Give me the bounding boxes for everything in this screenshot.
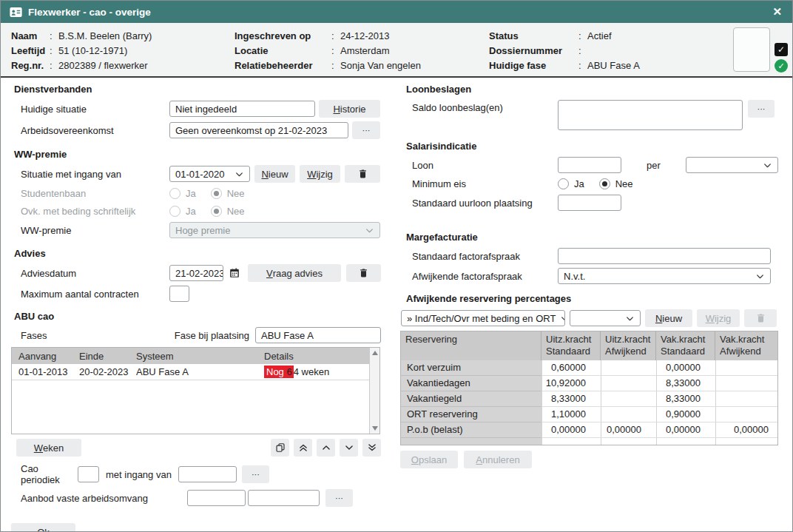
trash-icon [756,313,766,323]
ok-button[interactable]: Ok [11,523,75,532]
arbeidsovereenkomst-input[interactable]: Geen overeenkomst op 21-02-2023 [169,122,348,138]
field-label: Locatie [234,44,331,58]
naam-value: B.S.M. Beelen (Barry) [58,29,152,44]
chevron-down-icon [625,314,635,323]
move-down-button[interactable] [340,439,358,457]
reservering-delete-button[interactable] [744,309,777,327]
standaard-factorafspraak-label: Standaard factorafspraak [400,251,558,262]
regnr-value: 2802389 / flexwerker [58,58,148,73]
saldo-loonbeslag-input[interactable] [558,100,743,130]
cao-periodiek-more-button[interactable]: ··· [242,465,269,483]
calendar-button[interactable] [226,264,243,282]
studentenbaan-ja-radio[interactable] [169,188,180,199]
employee-header: Naam:B.S.M. Beelen (Barry) Leeftijd:51 (… [1,23,792,78]
fase-bij-plaatsing-input[interactable]: ABU Fase A [255,327,381,343]
table-row: Vakantiegeld 8,33000 8,33000 [401,391,777,407]
chevron-down-icon [344,442,354,453]
reservering-wijzig-button[interactable]: Wijzig [697,309,740,327]
loon-input[interactable] [558,157,621,173]
aanbod-input-2[interactable] [248,490,320,506]
flexwerker-cao-window: Flexwerker - cao - overige ✕ Naam:B.S.M.… [0,0,793,532]
saldo-more-button[interactable]: ··· [748,100,775,118]
ww-premie-select[interactable]: Hoge premie [169,222,380,238]
situatie-ingang-label: Situatie met ingang van [11,169,169,180]
table-filler-row [401,438,777,445]
fases-table-row[interactable]: 01-01-2013 20-02-2023 ABU Fase A Nog 64 … [12,364,369,380]
standaard-factorafspraak-input[interactable] [558,248,771,264]
adviesdatum-input[interactable]: 21-02-2023 [169,265,223,281]
adviesdatum-label: Adviesdatum [11,268,169,279]
move-up-button[interactable] [317,439,335,457]
max-contracten-input[interactable] [169,286,189,302]
scroll-up-icon[interactable] [372,351,378,355]
wijzig-button[interactable]: Wijzig [300,165,340,183]
reservering-nieuw-button[interactable]: Nieuw [645,309,692,327]
delete-button[interactable] [345,165,380,183]
standaard-uurloon-input[interactable] [558,195,621,211]
table-row: P.o.b (belast) 0,00000 0,00000 0,00000 0… [401,422,777,438]
fase-bij-plaatsing-label: Fase bij plaatsing [175,330,249,341]
annuleren-button[interactable]: Annuleren [464,451,532,468]
aanbod-input-1[interactable] [187,490,246,506]
section-title-salarisindicatie: Salarisindicatie [400,141,778,152]
table-row: Vakantiedagen 10,92000 8,33000 [401,376,777,391]
reservering-scheme-select[interactable]: » Ind/Tech/Ovr met beding en ORT [401,310,565,326]
section-title-advies: Advies [11,248,381,259]
saldo-loonbeslag-label: Saldo loonbeslag(en) [400,100,558,113]
aanbod-more-button[interactable]: ··· [325,489,353,507]
field-label: Ingeschreven op [234,29,331,44]
advies-delete-button[interactable] [346,264,381,282]
chevron-up-icon [321,442,331,453]
checkbox-indicator-icon[interactable]: ✓ [775,43,788,56]
huidige-situatie-input[interactable]: Niet ingedeeld [169,101,315,117]
vraag-advies-button[interactable]: Vraag advies [248,264,342,282]
copy-button[interactable] [271,439,289,457]
minimum-eis-nee-radio[interactable] [599,178,610,189]
relatiebeheerder-value: Sonja Van engelen [340,58,421,73]
standaard-uurloon-label: Standaard uurloon plaatsing [400,198,558,209]
opslaan-button[interactable]: Opslaan [400,451,458,468]
studentenbaan-label: Studentenbaan [11,188,169,199]
minimum-eis-ja-radio[interactable] [558,178,569,189]
leeftijd-value: 51 (10-12-1971) [58,44,127,58]
field-label: Status [489,29,578,44]
fases-scrollbar[interactable] [369,348,379,434]
window-title: Flexwerker - cao - overige [28,7,771,18]
situatie-ingang-select[interactable]: 01-01-2020 [169,166,250,182]
move-top-button[interactable] [294,439,312,457]
section-title-ww-premie: WW-premie [11,149,381,160]
double-chevron-down-icon [367,442,377,453]
move-bottom-button[interactable] [362,439,381,457]
table-row: ORT reservering 1,10000 0,90000 [401,407,777,422]
afwijkende-factorafspraak-label: Afwijkende factorafspraak [400,271,558,282]
field-label: Dossiernummer [489,44,578,58]
arbeidsovereenkomst-more-button[interactable]: ··· [352,121,380,139]
double-chevron-up-icon [298,442,308,453]
scroll-down-icon[interactable] [372,426,378,431]
historie-button[interactable]: Historie [319,100,380,118]
weeks-remaining-badge: Nog 6 [264,366,294,378]
chevron-down-icon [365,226,374,235]
minimum-eis-label: Minimum eis [400,178,558,189]
studentenbaan-nee-radio[interactable] [211,188,222,199]
fases-table-header: Aanvang Einde Systeem Details [12,348,369,364]
chevron-down-icon [755,272,765,281]
trash-icon [358,169,368,179]
chevron-down-icon [560,314,565,323]
cao-periodiek-input[interactable] [78,466,99,482]
met-ingang-van-input[interactable] [178,466,237,482]
fases-label: Fases [11,330,175,341]
fases-table: Aanvang Einde Systeem Details 01-01-2013… [11,347,380,434]
nieuw-button[interactable]: Nieuw [254,165,295,183]
field-label: Reg.nr. [11,58,50,73]
per-select[interactable] [686,157,778,173]
reservering-filter-select[interactable] [570,310,641,326]
ovk-ja-radio[interactable] [169,206,180,217]
weken-button[interactable]: Weken [16,439,81,457]
close-icon[interactable]: ✕ [771,5,783,18]
ovk-nee-radio[interactable] [211,206,222,217]
afwijkende-factorafspraak-select[interactable]: N.v.t. [558,268,771,284]
id-card-icon [10,7,22,17]
trash-icon [359,268,368,278]
chevron-down-icon [763,161,772,170]
